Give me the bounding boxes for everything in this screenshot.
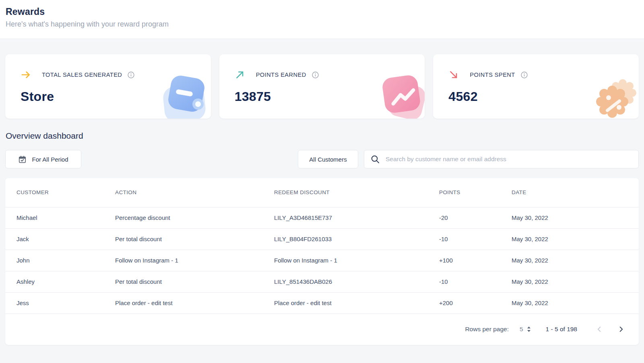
calendar-check-icon [18, 155, 27, 164]
filter-row: For All Period All Customers [5, 150, 639, 168]
previous-page-button[interactable] [595, 325, 604, 334]
customers-filter-label: All Customers [309, 156, 347, 163]
stat-label: TOTAL SALES GENERATED [42, 72, 122, 78]
column-header-action: ACTION [115, 178, 274, 207]
period-filter-label: For All Period [32, 156, 68, 163]
info-icon[interactable] [127, 71, 135, 79]
chevron-left-icon [595, 325, 604, 334]
cell-redeem-discount: Follow on Instagram - 1 [274, 250, 439, 271]
stat-value: 4562 [448, 89, 639, 104]
stat-label: POINTS EARNED [256, 72, 306, 78]
cell-date: May 30, 2022 [512, 292, 639, 314]
stat-card-total-sales: TOTAL SALES GENERATED Store [5, 54, 211, 119]
table-row: Ashley Per total discount LILY_851436DAB… [5, 271, 639, 292]
table-header-row: CUSTOMER ACTION REDEEM DISCOUNT POINTS D… [5, 178, 639, 207]
cell-points: +200 [439, 292, 512, 314]
cell-date: May 30, 2022 [512, 228, 639, 250]
search-input[interactable] [385, 155, 638, 163]
cell-date: May 30, 2022 [512, 207, 639, 228]
column-header-points: POINTS [439, 178, 512, 207]
table-row: Michael Percentage discount LILY_A3D4681… [5, 207, 639, 228]
cell-customer: John [5, 250, 115, 271]
pagination-bar: Rows per page: 5 1 - 5 of 198 [5, 314, 639, 345]
rows-per-page-label: Rows per page: [465, 326, 509, 333]
cell-redeem-discount: LILY_B804FD261033 [274, 228, 439, 250]
stat-card-points-spent: POINTS SPENT 4562 [433, 54, 639, 119]
cell-date: May 30, 2022 [512, 250, 639, 271]
cell-action: Per total discount [115, 228, 274, 250]
column-header-redeem-discount: REDEEM DISCOUNT [274, 178, 439, 207]
cell-points: +100 [439, 250, 512, 271]
rows-per-page-stepper[interactable] [526, 326, 532, 333]
rewards-table: CUSTOMER ACTION REDEEM DISCOUNT POINTS D… [5, 178, 639, 314]
page-title: Rewards [6, 6, 644, 17]
cell-action: Per total discount [115, 271, 274, 292]
cell-points: -20 [439, 207, 512, 228]
cell-action: Place order - edit test [115, 292, 274, 314]
chevron-right-icon [617, 325, 625, 334]
arrow-right-icon [21, 70, 31, 80]
cell-redeem-discount: LILY_851436DAB026 [274, 271, 439, 292]
info-icon[interactable] [312, 71, 319, 79]
column-header-customer: CUSTOMER [5, 178, 115, 207]
table-row: John Follow on Instagram - 1 Follow on I… [5, 250, 639, 271]
customers-filter-button[interactable]: All Customers [298, 150, 358, 168]
column-header-date: DATE [512, 178, 639, 207]
stat-value: 13875 [235, 89, 425, 104]
cell-points: -10 [439, 271, 512, 292]
page-subtitle: Here's what's happening with your reward… [6, 20, 644, 29]
cell-redeem-discount: LILY_A3D46815E737 [274, 207, 439, 228]
period-filter-button[interactable]: For All Period [5, 150, 81, 168]
cell-action: Percentage discount [115, 207, 274, 228]
section-title: Overview dashboard [6, 131, 644, 141]
cell-action: Follow on Instagram - 1 [115, 250, 274, 271]
stat-value: Store [21, 89, 211, 104]
cell-customer: Ashley [5, 271, 115, 292]
page-header: Rewards Here's what's happening with you… [0, 0, 644, 39]
arrow-up-right-icon [235, 70, 245, 80]
table-row: Jack Per total discount LILY_B804FD26103… [5, 228, 639, 250]
cell-customer: Jess [5, 292, 115, 314]
cell-date: May 30, 2022 [512, 271, 639, 292]
table-row: Jess Place order - edit test Place order… [5, 292, 639, 314]
rewards-table-card: CUSTOMER ACTION REDEEM DISCOUNT POINTS D… [5, 178, 639, 345]
next-page-button[interactable] [617, 325, 625, 334]
cell-redeem-discount: Place order - edit test [274, 292, 439, 314]
rows-per-page-value[interactable]: 5 [520, 326, 523, 333]
info-icon[interactable] [520, 71, 528, 79]
search-icon [370, 154, 380, 164]
stepper-arrows-icon [526, 326, 532, 333]
search-box[interactable] [364, 150, 639, 168]
pagination-range: 1 - 5 of 198 [546, 326, 577, 333]
cell-customer: Jack [5, 228, 115, 250]
stat-card-points-earned: POINTS EARNED 13875 [219, 54, 425, 119]
cell-points: -10 [439, 228, 512, 250]
arrow-down-right-icon [448, 70, 459, 80]
cell-customer: Michael [5, 207, 115, 228]
stat-cards-row: TOTAL SALES GENERATED Store [5, 54, 639, 119]
stat-label: POINTS SPENT [470, 72, 515, 78]
